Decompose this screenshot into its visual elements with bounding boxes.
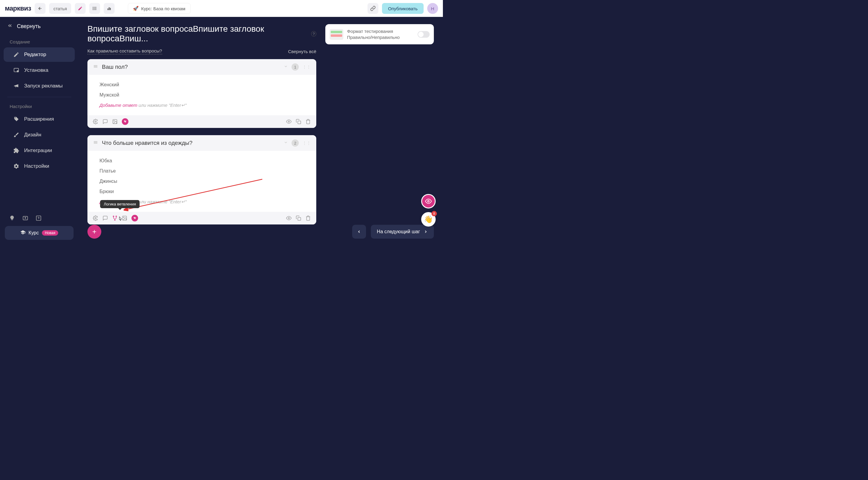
collapse-all[interactable]: Свернуть всё <box>288 49 316 54</box>
page-title: Впишите загловок вопросаВпишите загловок… <box>87 24 306 43</box>
question-footer <box>87 115 316 128</box>
format-text: Формат тестирования Правильно/Неправильн… <box>347 28 414 40</box>
nav-label: Интеграции <box>24 148 52 154</box>
nav-integrations[interactable]: Интеграции <box>4 143 75 158</box>
svg-point-42 <box>288 217 290 219</box>
section-settings: Настройки <box>0 100 79 111</box>
sidebar-bottom: Курс Новая <box>0 215 79 240</box>
main: Свернуть Создание Редактор Установка Зап… <box>0 17 443 245</box>
help-icon[interactable]: ? <box>311 31 316 36</box>
cursor-pointer-icon <box>118 216 123 223</box>
svg-point-16 <box>95 121 96 122</box>
bulb-icon[interactable] <box>9 215 15 221</box>
answer-row[interactable]: Джинсы <box>99 176 304 186</box>
chevron-down-icon[interactable] <box>284 64 288 70</box>
svg-rect-8 <box>110 8 111 10</box>
svg-rect-43 <box>298 217 301 220</box>
answer-row[interactable]: Юбка <box>99 156 304 166</box>
svg-point-23 <box>125 121 125 121</box>
add-button[interactable]: + <box>87 225 101 239</box>
divider <box>7 97 71 97</box>
answer-row[interactable]: Брюки <box>99 186 304 197</box>
nav-ads[interactable]: Запуск рекламы <box>4 79 75 93</box>
question-title[interactable]: Что больше нравится из одежды? <box>102 140 280 146</box>
branch-icon[interactable] <box>112 215 118 221</box>
grip-icon[interactable]: ⋮⋮ <box>302 142 311 144</box>
puzzle-icon <box>13 148 19 154</box>
topbar: марквиз статья 🚀Курс: База по квизам Опу… <box>0 0 443 17</box>
copy-icon[interactable] <box>296 215 301 221</box>
question-title[interactable]: Ваш пол? <box>102 64 280 70</box>
question-card: Ваш пол? 1 ⋮⋮ЖенскийМужскойДобавьте отве… <box>87 59 316 128</box>
pencil-icon <box>13 52 19 58</box>
preview-fab[interactable] <box>421 194 436 208</box>
trash-icon[interactable] <box>305 215 311 221</box>
nav-editor[interactable]: Редактор <box>4 48 75 62</box>
copy-icon[interactable] <box>296 119 301 124</box>
upload-icon[interactable] <box>22 215 28 221</box>
help-icon[interactable] <box>36 215 41 221</box>
nav-design[interactable]: Дизайн <box>4 128 75 142</box>
bottom-bar: + На следующий шаг <box>87 225 434 239</box>
nav-install[interactable]: Установка <box>4 63 75 78</box>
avatar[interactable]: Н <box>427 3 438 14</box>
brush-icon <box>13 132 19 138</box>
answer-row[interactable]: Платье <box>99 166 304 176</box>
sidebar-collapse[interactable]: Свернуть <box>0 23 79 36</box>
gear-icon[interactable] <box>93 119 98 124</box>
answer-row[interactable]: Женский <box>99 80 304 90</box>
tooltip: Логика ветвления <box>100 200 140 208</box>
course-button[interactable]: Курс Новая <box>5 226 73 240</box>
list-icon[interactable] <box>89 3 100 14</box>
chevron-left-icon <box>7 23 13 30</box>
drag-icon[interactable] <box>93 140 98 146</box>
prev-step-button[interactable] <box>352 225 366 239</box>
svg-point-35 <box>123 217 124 217</box>
svg-point-40 <box>134 217 135 218</box>
filter-icon[interactable] <box>122 118 128 125</box>
sidebar: Свернуть Создание Редактор Установка Зап… <box>0 17 79 245</box>
filter-icon[interactable] <box>131 215 138 221</box>
nav-label: Дизайн <box>24 132 41 138</box>
chevron-down-icon[interactable] <box>284 140 288 146</box>
next-step-button[interactable]: На следующий шаг <box>371 225 434 239</box>
image-icon[interactable] <box>112 119 118 124</box>
grip-icon[interactable]: ⋮⋮ <box>302 66 311 68</box>
stats-icon[interactable] <box>104 3 115 14</box>
svg-point-25 <box>288 121 290 122</box>
tag-icon <box>13 116 19 122</box>
answer-row[interactable]: Мужской <box>99 90 304 100</box>
drag-icon[interactable] <box>93 64 98 70</box>
gear-icon[interactable] <box>93 215 98 221</box>
nav-label: Запуск рекламы <box>24 83 63 89</box>
notifications-fab[interactable]: 👋8 <box>421 212 436 227</box>
article-chip[interactable]: статья <box>49 3 71 14</box>
back-button[interactable] <box>35 3 45 14</box>
nav-label: Установка <box>24 67 48 73</box>
hint-link[interactable]: Как правильно составить вопросы? <box>87 48 162 54</box>
nav-settings[interactable]: Настройки <box>4 159 75 174</box>
svg-point-18 <box>114 120 114 121</box>
add-answer[interactable]: Добавьте ответ или нажмите "Enter↵" <box>99 100 304 111</box>
link-icon[interactable] <box>368 3 378 14</box>
question-head: Что больше нравится из одежды? 2 ⋮⋮ <box>87 135 316 151</box>
eye-icon[interactable] <box>286 215 291 221</box>
publish-button[interactable]: Опубликовать <box>382 3 424 14</box>
install-icon <box>13 67 19 73</box>
nav-extensions[interactable]: Расширения <box>4 112 75 126</box>
comment-icon[interactable] <box>102 119 108 124</box>
question-number: 1 <box>291 63 299 70</box>
comment-icon[interactable] <box>102 215 108 221</box>
graduation-icon <box>20 230 26 236</box>
course-link[interactable]: 🚀Курс: База по квизам <box>128 3 190 14</box>
eye-icon[interactable] <box>286 119 291 124</box>
svg-point-41 <box>135 218 135 219</box>
trash-icon[interactable] <box>305 119 311 124</box>
format-thumb <box>330 29 343 40</box>
section-create: Создание <box>0 36 79 47</box>
svg-point-24 <box>125 122 126 122</box>
edit-icon[interactable] <box>75 3 86 14</box>
test-format-panel: Формат тестирования Правильно/Неправильн… <box>325 24 434 44</box>
format-toggle[interactable] <box>417 31 430 38</box>
notif-badge: 8 <box>431 211 437 216</box>
